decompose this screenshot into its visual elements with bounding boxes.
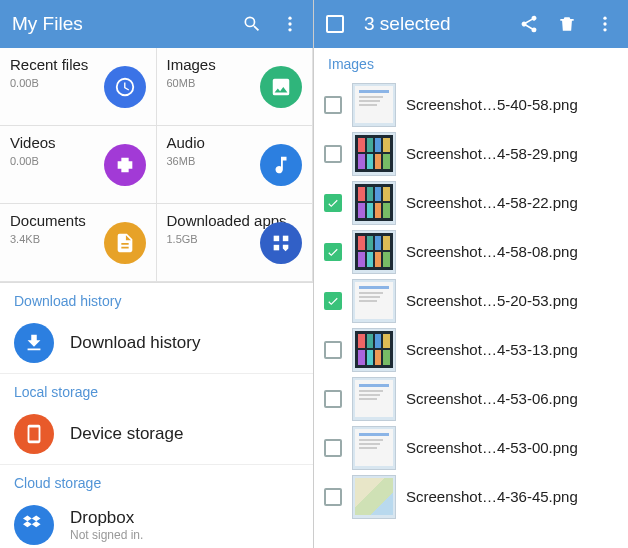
file-row[interactable]: Screenshot…4-53-00.png — [314, 423, 628, 472]
file-thumbnail — [352, 132, 396, 176]
category-card[interactable]: Recent files 0.00B — [0, 48, 157, 126]
category-grid: Recent files 0.00B Images 60MB Videos 0.… — [0, 48, 313, 283]
file-name: Screenshot…4-58-08.png — [406, 243, 578, 260]
file-row[interactable]: Screenshot…5-40-58.png — [314, 80, 628, 129]
file-name: Screenshot…5-20-53.png — [406, 292, 578, 309]
file-thumbnail — [352, 279, 396, 323]
file-row[interactable]: Screenshot…4-36-45.png — [314, 472, 628, 521]
row-download-history[interactable]: Download history — [0, 313, 313, 374]
file-checkbox[interactable] — [324, 194, 342, 212]
svg-point-2 — [288, 28, 291, 31]
delete-icon[interactable] — [556, 13, 578, 35]
row-label: Dropbox — [70, 508, 143, 528]
dropbox-icon — [14, 505, 54, 545]
file-name: Screenshot…4-53-06.png — [406, 390, 578, 407]
file-name: Screenshot…4-36-45.png — [406, 488, 578, 505]
file-list: Screenshot…5-40-58.png Screenshot…4-58-2… — [314, 80, 628, 521]
file-name: Screenshot…4-58-22.png — [406, 194, 578, 211]
search-icon[interactable] — [241, 13, 263, 35]
file-row[interactable]: Screenshot…4-58-29.png — [314, 129, 628, 178]
device-icon — [14, 414, 54, 454]
file-thumbnail — [352, 328, 396, 372]
film-icon — [104, 144, 146, 186]
category-card[interactable]: Audio 36MB — [157, 126, 314, 204]
svg-point-0 — [288, 17, 291, 20]
svg-point-7 — [603, 22, 606, 25]
category-card[interactable]: Documents 3.4KB — [0, 204, 157, 282]
topbar-left: My Files — [0, 0, 313, 48]
app-title: My Files — [12, 13, 225, 35]
category-card[interactable]: Images 60MB — [157, 48, 314, 126]
file-row[interactable]: Screenshot…5-20-53.png — [314, 276, 628, 325]
svg-point-8 — [603, 28, 606, 31]
row-sublabel: Not signed in. — [70, 528, 143, 542]
apps-icon — [260, 222, 302, 264]
file-checkbox[interactable] — [324, 96, 342, 114]
file-row[interactable]: Screenshot…4-58-08.png — [314, 227, 628, 276]
section-cloud-storage: Cloud storage — [0, 465, 313, 495]
category-card[interactable]: Downloaded apps 1.5GB — [157, 204, 314, 282]
share-icon[interactable] — [518, 13, 540, 35]
overflow-menu-icon[interactable] — [594, 13, 616, 35]
file-checkbox[interactable] — [324, 390, 342, 408]
svg-rect-4 — [283, 235, 289, 241]
note-icon — [260, 144, 302, 186]
row-device-storage[interactable]: Device storage — [0, 404, 313, 465]
download-icon — [14, 323, 54, 363]
svg-point-1 — [288, 22, 291, 25]
file-row[interactable]: Screenshot…4-53-13.png — [314, 325, 628, 374]
file-checkbox[interactable] — [324, 243, 342, 261]
row-label: Download history — [70, 333, 200, 353]
category-card[interactable]: Videos 0.00B — [0, 126, 157, 204]
file-thumbnail — [352, 230, 396, 274]
row-dropbox[interactable]: Dropbox Not signed in. — [0, 495, 313, 548]
file-thumbnail — [352, 83, 396, 127]
section-local-storage: Local storage — [0, 374, 313, 404]
file-thumbnail — [352, 181, 396, 225]
file-row[interactable]: Screenshot…4-53-06.png — [314, 374, 628, 423]
clock-icon — [104, 66, 146, 108]
file-row[interactable]: Screenshot…4-58-22.png — [314, 178, 628, 227]
file-name: Screenshot…4-58-29.png — [406, 145, 578, 162]
file-name: Screenshot…5-40-58.png — [406, 96, 578, 113]
svg-rect-3 — [274, 235, 280, 241]
select-all-checkbox[interactable] — [326, 15, 344, 33]
file-thumbnail — [352, 426, 396, 470]
topbar-right: 3 selected — [314, 0, 628, 48]
file-checkbox[interactable] — [324, 439, 342, 457]
overflow-menu-icon[interactable] — [279, 13, 301, 35]
file-name: Screenshot…4-53-00.png — [406, 439, 578, 456]
file-checkbox[interactable] — [324, 292, 342, 310]
files-pane-right: 3 selected Images Screenshot…5-40-58.png… — [314, 0, 628, 548]
svg-point-6 — [603, 17, 606, 20]
file-checkbox[interactable] — [324, 341, 342, 359]
list-section-header: Images — [314, 48, 628, 80]
files-pane-left: My Files Recent files 0.00B Images 60MB … — [0, 0, 314, 548]
file-thumbnail — [352, 377, 396, 421]
row-label: Device storage — [70, 424, 183, 444]
doc-icon — [104, 222, 146, 264]
file-checkbox[interactable] — [324, 145, 342, 163]
file-thumbnail — [352, 475, 396, 519]
image-icon — [260, 66, 302, 108]
file-checkbox[interactable] — [324, 488, 342, 506]
section-download-history: Download history — [0, 283, 313, 313]
svg-rect-5 — [274, 244, 280, 250]
selection-count: 3 selected — [364, 13, 502, 35]
file-name: Screenshot…4-53-13.png — [406, 341, 578, 358]
